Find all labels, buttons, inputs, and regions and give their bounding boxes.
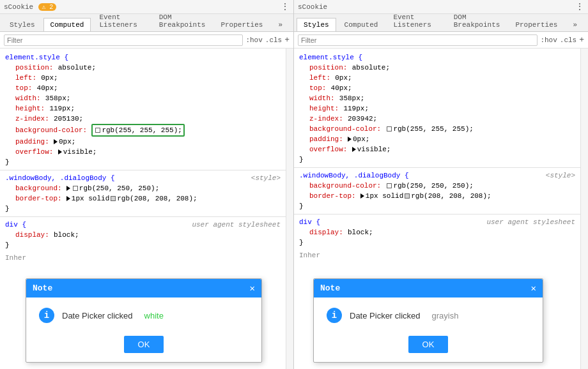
- right-note-footer: OK: [314, 331, 543, 362]
- tab-more-left[interactable]: »: [271, 18, 290, 31]
- left-prop-background: background: rgb(250, 250, 250);: [5, 183, 281, 193]
- left-warning-badge: ⚠ 2: [38, 3, 56, 11]
- left-selector-windowbody: .windowBody, .dialogBody { <style>: [5, 173, 281, 183]
- left-ok-button[interactable]: OK: [124, 336, 164, 353]
- left-color-swatch-gray2: [111, 196, 116, 201]
- left-note-dialog: Note ✕ i Date Picker clicked white OK: [26, 278, 262, 363]
- tab-computed-left[interactable]: Computed: [43, 18, 91, 31]
- left-padding-triangle[interactable]: [54, 139, 58, 144]
- left-background-triangle[interactable]: [66, 186, 70, 191]
- right-ok-button[interactable]: OK: [408, 336, 449, 353]
- left-prop-top: top: 40px;: [5, 83, 281, 93]
- left-color-swatch-white: [95, 128, 100, 133]
- left-prop-display: display: block;: [5, 230, 281, 240]
- right-prop-display: display: block;: [299, 227, 575, 237]
- tab-styles-left[interactable]: Styles: [3, 18, 42, 31]
- right-filter-bar: :hov .cls +: [294, 32, 588, 49]
- right-note-message: Date Picker clicked: [350, 311, 421, 320]
- left-prop-bgcolor: background-color: rgb(255, 255, 255);: [5, 124, 281, 137]
- right-selector-windowbody: .windowBody, .dialogBody { <style>: [299, 170, 575, 181]
- left-hov-button[interactable]: :hov: [245, 36, 262, 44]
- right-inher-text: Inher: [299, 250, 575, 260]
- right-inher-block: Inher: [294, 249, 580, 262]
- left-inher-label: Inher: [5, 253, 26, 263]
- right-note-color-label: grayish: [432, 311, 459, 320]
- right-divider1: [294, 167, 580, 168]
- left-add-style-button[interactable]: +: [284, 35, 290, 45]
- right-brace-close1: }: [299, 154, 575, 165]
- left-note-body: i Date Picker clicked white: [26, 297, 261, 331]
- right-windowbody-comment: <style>: [546, 170, 575, 181]
- left-div-block: div { user agent stylesheet display: blo…: [0, 218, 286, 252]
- right-selector-element-text: element.style {: [299, 52, 362, 63]
- left-prop-zindex: z-index: 205130;: [5, 114, 281, 124]
- right-note-icon: i: [327, 308, 342, 323]
- left-windowbody-comment: <style>: [251, 173, 281, 183]
- tab-dom-breakpoints-right[interactable]: DOM Breakpoints: [447, 10, 507, 31]
- right-prop-bgcolor: background-color: rgb(255, 255, 255);: [299, 124, 575, 134]
- tab-more-right[interactable]: »: [566, 18, 584, 31]
- left-prop-position: position: absolute;: [5, 63, 281, 73]
- tab-computed-right[interactable]: Computed: [337, 18, 385, 31]
- tab-dom-breakpoints-left[interactable]: DOM Breakpoints: [152, 10, 213, 31]
- tab-event-listeners-right[interactable]: Event Listeners: [386, 10, 445, 31]
- left-inher-block: Inher: [0, 252, 286, 264]
- right-selector-element: element.style {: [299, 52, 575, 63]
- left-selector-div-text: div {: [5, 220, 26, 230]
- left-note-message: Date Picker clicked: [62, 311, 133, 320]
- right-overflow-triangle[interactable]: [352, 147, 356, 152]
- right-title: sCookie: [298, 3, 327, 11]
- left-bgcolor-highlight[interactable]: rgb(255, 255, 255);: [91, 124, 184, 137]
- left-more-icon[interactable]: ⋮: [281, 1, 290, 12]
- left-prop-left: left: 0px;: [5, 73, 281, 83]
- right-note-header: Note ✕: [314, 279, 543, 297]
- right-note-dialog: Note ✕ i Date Picker clicked grayish OK: [313, 278, 543, 363]
- left-bordertop-triangle[interactable]: [66, 196, 70, 201]
- right-brace-close3: }: [299, 237, 575, 248]
- left-brace-close2: }: [5, 204, 281, 214]
- left-cls-button[interactable]: .cls: [265, 36, 282, 44]
- left-scrollbar[interactable]: [286, 49, 293, 369]
- left-prop-overflow: overflow: visible;: [5, 147, 281, 157]
- right-element-style-block: element.style { position: absolute; left…: [294, 51, 580, 166]
- right-note-title: Note: [320, 283, 340, 293]
- right-scrollbar[interactable]: [580, 49, 588, 369]
- right-bordertop-triangle[interactable]: [360, 193, 364, 199]
- right-more-icon[interactable]: ⋮: [575, 1, 584, 12]
- left-note-close-button[interactable]: ✕: [250, 283, 255, 294]
- right-color-swatch-white: [387, 126, 392, 132]
- right-note-close-button[interactable]: ✕: [531, 283, 536, 294]
- right-prop-width: width: 358px;: [299, 93, 575, 103]
- right-note-body: i Date Picker clicked grayish: [314, 297, 543, 331]
- right-color-swatch-gray2: [405, 193, 410, 199]
- right-div-comment: user agent stylesheet: [486, 217, 575, 227]
- right-filter-input[interactable]: [298, 34, 538, 46]
- left-divider1: [0, 170, 286, 170]
- right-prop-zindex: z-index: 203942;: [299, 114, 575, 124]
- left-div-comment: user agent stylesheet: [192, 220, 281, 230]
- right-selector-windowbody-text: .windowBody, .dialogBody {: [299, 170, 409, 181]
- left-note-footer: OK: [26, 331, 261, 362]
- left-selector-windowbody-text: .windowBody, .dialogBody {: [5, 173, 115, 183]
- right-hov-button[interactable]: :hov: [540, 36, 557, 44]
- left-element-style-block: element.style { position: absolute; left…: [0, 51, 286, 169]
- left-filter-bar: :hov .cls +: [0, 32, 293, 49]
- left-brace-close1: }: [5, 157, 281, 167]
- tab-event-listeners-left[interactable]: Event Listeners: [92, 10, 150, 31]
- right-div-block: div { user agent stylesheet display: blo…: [294, 216, 580, 249]
- left-overflow-triangle[interactable]: [58, 149, 62, 154]
- left-title: sCookie: [4, 3, 33, 11]
- right-add-style-button[interactable]: +: [579, 35, 584, 45]
- right-windowbody-block: .windowBody, .dialogBody { <style> backg…: [294, 169, 580, 213]
- right-cls-button[interactable]: .cls: [560, 36, 576, 44]
- right-padding-triangle[interactable]: [348, 137, 352, 142]
- right-prop-padding: padding: 0px;: [299, 134, 575, 144]
- tab-properties-left[interactable]: Properties: [213, 18, 270, 31]
- tab-properties-right[interactable]: Properties: [508, 18, 564, 31]
- left-prop-bordertop: border-top: 1px solid rgb(208, 208, 208)…: [5, 193, 281, 204]
- left-prop-padding: padding: 0px;: [5, 137, 281, 147]
- right-prop-top: top: 40px;: [299, 83, 575, 93]
- tab-styles-right[interactable]: Styles: [297, 18, 336, 31]
- right-prop-position: position: absolute;: [299, 63, 575, 73]
- left-filter-input[interactable]: [4, 34, 243, 46]
